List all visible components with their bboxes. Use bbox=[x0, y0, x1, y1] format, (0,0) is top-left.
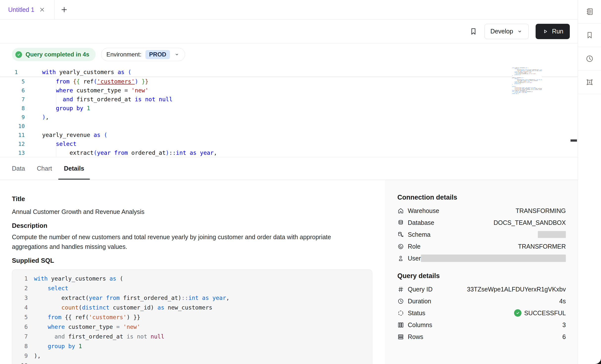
connection-row-user: User bbox=[397, 252, 566, 264]
code-text: select bbox=[34, 285, 68, 291]
chevron-down-icon bbox=[174, 52, 180, 57]
indent-guide bbox=[56, 140, 56, 157]
dbt-logo-icon bbox=[585, 78, 594, 87]
sql-line-5: 5 from {{ ref('customers') }} bbox=[16, 312, 372, 322]
detail-label: Warehouse bbox=[408, 207, 439, 214]
chevron-down-icon bbox=[517, 28, 523, 35]
editor-line-9[interactable]: 9), bbox=[0, 113, 578, 122]
tab-bar: Untitled 1 bbox=[0, 0, 578, 20]
status-value: SUCCESSFUL bbox=[514, 309, 566, 317]
notebook-icon bbox=[585, 7, 594, 16]
sql-line-8: 8 group by 1 bbox=[16, 341, 372, 351]
line-number: 7 bbox=[16, 333, 28, 340]
line-number: 3 bbox=[16, 295, 28, 301]
line-number: 10 bbox=[16, 362, 28, 364]
code-text: where customer_type = 'new' bbox=[42, 87, 148, 94]
bookmark-icon[interactable] bbox=[469, 27, 478, 36]
description-heading: Description bbox=[12, 222, 385, 230]
line-number: 7 bbox=[0, 96, 33, 103]
history-clock-icon bbox=[585, 54, 594, 63]
status-text: SUCCESSFUL bbox=[524, 310, 566, 317]
dbt-panel-button[interactable] bbox=[578, 71, 601, 94]
history-panel-button[interactable] bbox=[578, 47, 601, 71]
editor-lines: 1with yearly_customers as (5 from {{ ref… bbox=[0, 68, 578, 157]
database-icon bbox=[397, 219, 404, 226]
indent-guide bbox=[56, 78, 56, 113]
connection-row-schema: Schema bbox=[397, 229, 566, 240]
result-tab-strip: DataChartDetails bbox=[0, 157, 578, 180]
connection-side-panel: Connection details WarehouseTRANSFORMING… bbox=[385, 180, 578, 364]
run-label: Run bbox=[552, 28, 563, 35]
detail-label: Rows bbox=[408, 333, 423, 340]
connection-row-role: RoleTRANSFORMER bbox=[397, 240, 566, 252]
tab-details[interactable]: Details bbox=[64, 157, 84, 180]
loader-icon bbox=[397, 310, 404, 316]
tab-title: Untitled 1 bbox=[8, 6, 34, 13]
run-button[interactable]: Run bbox=[536, 24, 570, 39]
detail-value: 3 bbox=[562, 321, 566, 329]
detail-value: TRANSFORMER bbox=[518, 243, 566, 250]
line-number: 10 bbox=[0, 123, 33, 129]
editor-line-5[interactable]: 5 from {{ ref('customers') }} bbox=[0, 77, 578, 86]
code-text: select bbox=[42, 141, 76, 147]
query-status-text: Query completed in 4s bbox=[26, 51, 89, 58]
hash-icon bbox=[397, 286, 404, 293]
develop-button[interactable]: Develop bbox=[485, 24, 529, 39]
editor-line-6[interactable]: 6 where customer_type = 'new' bbox=[0, 86, 578, 95]
supplied-sql-code-block[interactable]: 1with yearly_customers as (2 select3 ext… bbox=[12, 269, 372, 364]
editor-line-12[interactable]: 12 select bbox=[0, 139, 578, 148]
close-tab-icon[interactable] bbox=[39, 6, 45, 13]
toolbar: Develop Run bbox=[0, 20, 578, 43]
editor-scrollbar-handle[interactable] bbox=[571, 139, 577, 142]
query-row-rows: Rows6 bbox=[397, 331, 566, 343]
detail-label: Database bbox=[408, 219, 434, 226]
details-main: Title Annual Customer Growth and Revenue… bbox=[0, 180, 385, 364]
line-number: 6 bbox=[0, 87, 33, 94]
editor-line-13[interactable]: 13 extract(year from ordered_at)::int as… bbox=[0, 148, 578, 157]
notebook-panel-button[interactable] bbox=[578, 0, 601, 24]
detail-label: Columns bbox=[408, 321, 432, 329]
editor-line-11[interactable]: 11yearly_revenue as ( bbox=[0, 130, 578, 139]
line-number: 6 bbox=[16, 324, 28, 330]
connection-row-warehouse: WarehouseTRANSFORMING bbox=[397, 205, 566, 217]
code-text: group by 1 bbox=[42, 105, 90, 111]
detail-value: 6 bbox=[562, 333, 566, 340]
line-number: 2 bbox=[16, 285, 28, 291]
detail-value: 33TZseWpe1ALFDUYerxR1gVKxbv bbox=[467, 286, 566, 293]
code-text: and first_ordered_at is not null bbox=[42, 96, 172, 103]
editor-line-1[interactable]: 1with yearly_customers as ( bbox=[0, 68, 578, 77]
new-tab-icon[interactable] bbox=[60, 6, 68, 13]
sql-editor[interactable]: 1with yearly_customers as (5 from {{ ref… bbox=[0, 66, 578, 157]
detail-label: Status bbox=[408, 310, 425, 317]
code-text: ), bbox=[42, 114, 49, 120]
tab-data[interactable]: Data bbox=[12, 157, 25, 180]
warehouse-icon bbox=[397, 208, 404, 214]
code-text: from {{ ref('customers') }} bbox=[42, 78, 148, 85]
environment-selector[interactable]: Environment: PROD bbox=[101, 48, 185, 61]
bookmarks-panel-button[interactable] bbox=[578, 24, 601, 47]
editor-line-10[interactable]: 10 bbox=[0, 122, 578, 130]
success-check-icon bbox=[514, 309, 521, 317]
detail-value: DOCS_TEAM_SANDBOX bbox=[493, 219, 566, 226]
clock-icon bbox=[397, 298, 404, 305]
line-number: 8 bbox=[16, 343, 28, 349]
develop-label: Develop bbox=[490, 28, 513, 35]
schema-icon bbox=[397, 231, 404, 238]
line-number: 12 bbox=[0, 141, 33, 147]
check-circle-icon bbox=[15, 51, 22, 58]
code-text: count(distinct customer_id) as new_custo… bbox=[34, 304, 212, 311]
tab-untitled-1[interactable]: Untitled 1 bbox=[0, 0, 55, 19]
code-text: and first_ordered_at is not null bbox=[34, 333, 164, 340]
editor-minimap[interactable]: with yearly_customers as ( select extrac… bbox=[512, 67, 542, 95]
editor-line-7[interactable]: 7 and first_ordered_at is not null bbox=[0, 95, 578, 104]
sql-line-4: 4 count(distinct customer_id) as new_cus… bbox=[16, 303, 372, 312]
tab-chart[interactable]: Chart bbox=[37, 157, 52, 180]
editor-line-8[interactable]: 8 group by 1 bbox=[0, 104, 578, 113]
sql-line-3: 3 extract(year from first_ordered_at)::i… bbox=[16, 293, 372, 303]
description-line: Compute the number of new customers and … bbox=[12, 234, 385, 240]
line-number: 8 bbox=[0, 105, 33, 111]
role-icon bbox=[397, 243, 404, 250]
bookmark-icon bbox=[585, 31, 594, 39]
columns-icon bbox=[397, 322, 404, 328]
rows-icon bbox=[397, 334, 404, 340]
